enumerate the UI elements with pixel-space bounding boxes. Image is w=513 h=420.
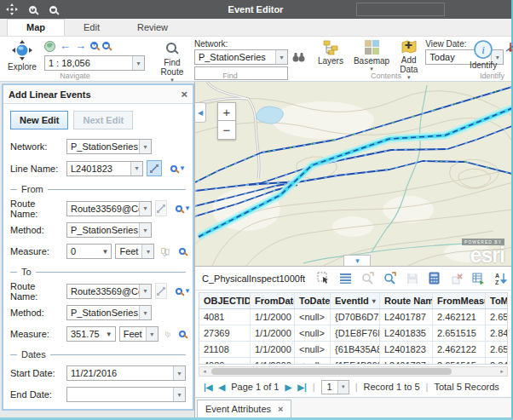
select-line-on-map-button[interactable] [147,160,162,176]
close-icon[interactable]: × [181,88,187,101]
table-cell[interactable]: 4081 [199,309,251,325]
table-cell[interactable]: 1/1/2000 [251,342,295,357]
line-name-dropdown[interactable]: L2401823 ▾ [66,161,143,176]
table-cell[interactable]: {1EF4B260-F [331,358,380,365]
tab-event-attributes[interactable]: Event Attributes × [197,400,291,417]
basemap-button[interactable]: Basemap ▾ [351,38,392,72]
from-method-dropdown[interactable]: P_StationSeries ▾ [66,222,152,238]
chevron-down-icon[interactable]: ▾ [139,306,151,319]
column-header[interactable]: Route Name [380,293,433,308]
page-number-dropdown[interactable]: 1 ▾ [321,380,349,394]
table-cell[interactable]: 2.462121 [433,309,486,325]
zoom-to-line-dropdown[interactable]: ▼ [170,164,186,172]
table-cell[interactable]: 27369 [199,325,251,341]
table-row[interactable]: 40801/1/2000<null>{1EF4B260-FL24017872.6… [199,358,507,365]
chevron-down-icon[interactable]: ▾ [139,285,151,298]
table-cell[interactable]: {D70B6D72-3 [331,309,380,325]
to-measure-combobox[interactable]: 351.75 ▼ [66,326,116,342]
previous-extent-icon[interactable]: ← [60,41,71,51]
table-cell[interactable]: 2.651515 [433,358,486,365]
chevron-down-icon[interactable]: ▾ [141,245,153,258]
horizontal-scrollbar[interactable]: ◂ ▸ [199,366,508,377]
zoom-to-to-measure-icon[interactable] [179,329,186,339]
from-route-name-dropdown[interactable]: Route33569@Cent ▾ [66,201,152,216]
table-cell[interactable]: 1/1/2000 [251,325,295,341]
last-page-button[interactable]: ▶| [297,383,307,392]
from-measure-combobox[interactable]: 0 ▼ [66,244,112,259]
close-icon[interactable]: × [278,404,283,414]
from-units-dropdown[interactable]: Feet ▾ [115,244,154,259]
chevron-down-icon[interactable]: ▾ [139,202,151,216]
tab-map[interactable]: Map [7,19,65,36]
column-header[interactable]: FromDate [251,293,295,308]
table-cell[interactable]: <null> [295,358,331,365]
next-edit-button[interactable]: Next Edit [73,111,133,129]
to-units-dropdown[interactable]: Feet ▾ [119,326,159,342]
chevron-down-icon[interactable]: ▼ [99,245,111,258]
chevron-down-icon[interactable]: ▾ [173,388,185,401]
binoculars-icon[interactable] [292,52,305,62]
scrollbar-thumb[interactable] [211,368,452,375]
chevron-down-icon[interactable]: ▾ [337,381,349,394]
table-cell[interactable]: L2401787 [380,309,433,325]
table-row[interactable]: 40811/1/2000<null>{D70B6D72-3L24017872.4… [199,309,507,325]
collapse-table-arrow[interactable]: ▼ [343,255,371,266]
select-from-route-button[interactable] [155,200,167,216]
zoom-to-from-measure-icon[interactable] [179,246,186,256]
collapse-panel-arrow[interactable]: ◀ [195,102,206,123]
end-date-picker[interactable]: ▾ [66,387,186,402]
map-zoom-in-button[interactable]: + [217,102,236,121]
table-cell[interactable]: L2401787 [380,358,433,365]
pan-to-selection-icon[interactable] [383,271,397,285]
measure-location-icon[interactable] [161,246,170,257]
column-header[interactable]: ToDate [295,293,331,308]
table-cell[interactable]: 2.8409 [486,325,507,341]
column-header[interactable]: ToMeasure [486,293,507,308]
table-cell[interactable]: {D1E8F76D-F [331,325,380,341]
chevron-down-icon[interactable]: ▾ [139,223,151,237]
scroll-right-arrow[interactable]: ▸ [497,367,507,376]
table-cell[interactable]: {61B435A8-3 [331,342,380,357]
table-cell[interactable]: 2.651515 [433,325,486,341]
table-cell[interactable]: <null> [295,325,331,341]
map-zoom-out-button[interactable]: − [217,121,236,140]
next-page-button[interactable]: ▶ [285,383,291,392]
identify-button[interactable]: i Identify [467,38,499,71]
tab-review[interactable]: Review [118,20,187,36]
sort-icon[interactable]: AZ [493,271,508,285]
chevron-down-icon[interactable]: ▾ [132,56,144,70]
explore-button[interactable]: Explore [5,38,39,72]
column-header[interactable]: FromMeasure [433,293,486,308]
to-method-dropdown[interactable]: P_StationSeries ▾ [66,305,152,320]
scroll-left-arrow[interactable]: ◂ [199,367,210,376]
table-cell[interactable]: <null> [295,309,331,325]
column-header[interactable]: OBJECTID [199,293,251,308]
measure-location-icon[interactable] [165,329,170,340]
table-cell[interactable]: 4080 [199,358,251,365]
chevron-down-icon[interactable]: ▾ [275,50,287,64]
map-scale-combobox[interactable]: 1 : 18,056 ▾ [44,55,145,71]
table-cell[interactable]: L2401823 [380,342,433,357]
append-events-icon[interactable] [471,271,486,285]
layers-button[interactable]: Layers [315,38,346,66]
zoom-out-tool-icon[interactable] [46,3,60,16]
table-cell[interactable]: 2.8409 [486,358,507,365]
zoom-to-selection-icon[interactable] [360,271,375,285]
table-cell[interactable]: 2.462122 [433,342,486,357]
table-cell[interactable]: 1/1/2000 [251,309,295,325]
table-cell[interactable]: 21108 [199,342,251,357]
table-cell[interactable]: 2.6515 [486,309,507,325]
table-cell[interactable]: 2.6515 [486,342,507,357]
find-network-dropdown[interactable]: P_StationSeries ▾ [194,49,288,65]
zoom-to-from-route-dropdown[interactable]: ▼ [176,204,191,212]
new-edit-button[interactable]: New Edit [10,111,68,129]
show-selected-rows-icon[interactable] [338,271,353,285]
chevron-down-icon[interactable]: ▼ [103,327,115,341]
start-date-picker[interactable]: 11/21/2016 ▾ [66,365,186,381]
full-extent-globe-icon[interactable] [44,41,55,52]
zoom-in-tool-icon[interactable] [26,3,39,16]
delete-record-icon[interactable] [449,271,464,285]
zoom-to-to-route-dropdown[interactable]: ▼ [176,287,191,295]
field-calculator-icon[interactable] [427,271,441,285]
zoom-out-icon[interactable] [102,41,110,51]
